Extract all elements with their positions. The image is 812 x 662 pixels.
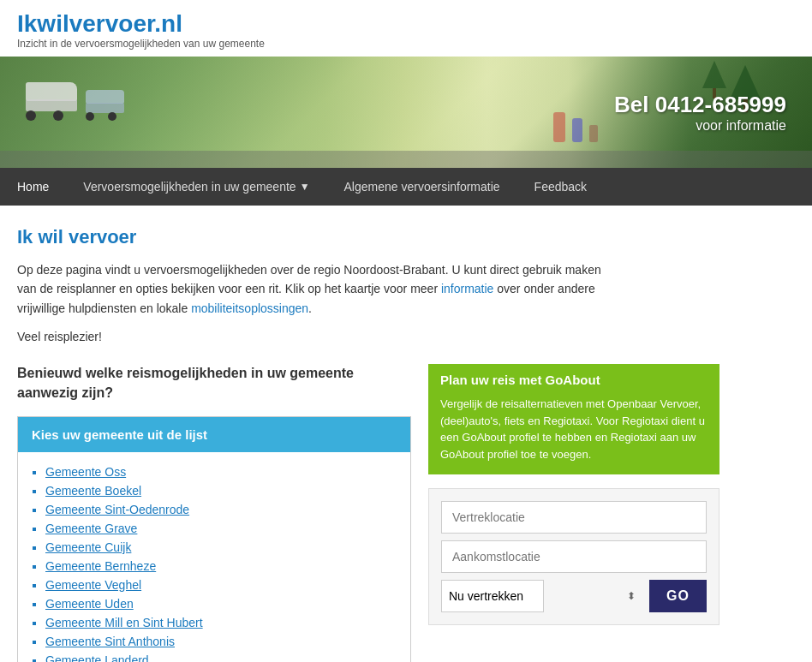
gemeente-link[interactable]: Gemeente Landerd bbox=[45, 653, 149, 662]
nav-item-algemene[interactable]: Algemene vervoersinformatie bbox=[327, 168, 517, 206]
intro-text-3: . bbox=[308, 301, 312, 315]
goabout-description: Vergelijk de reisalternatieven met Openb… bbox=[428, 396, 719, 474]
route-bottom: Nu vertrekkenLater vertrekkenAankomsttij… bbox=[441, 580, 707, 612]
phone-number: Bel 0412-685999 bbox=[614, 92, 786, 118]
gemeente-list: Gemeente OssGemeente BoekelGemeente Sint… bbox=[18, 452, 410, 662]
list-item: Gemeente Sint Anthonis bbox=[45, 632, 397, 651]
gemeente-link[interactable]: Gemeente Oss bbox=[45, 465, 126, 479]
left-column: Benieuwd welke reismogelijkheden in uw g… bbox=[17, 364, 411, 662]
gemeente-link[interactable]: Gemeente Cuijk bbox=[45, 540, 131, 554]
right-column: Plan uw reis met GoAbout Vergelijk de re… bbox=[428, 364, 719, 625]
site-header: Ikwilvervoer.nl Inzicht in de vervoersmo… bbox=[0, 0, 812, 57]
main-content: Ik wil vervoer Op deze pagina vindt u ve… bbox=[0, 206, 812, 662]
list-item: Gemeente Sint-Oedenrode bbox=[45, 500, 397, 519]
page-title: Ik wil vervoer bbox=[17, 226, 795, 248]
road-decoration bbox=[0, 151, 812, 168]
logo-subtitle: Inzicht in de vervoersmogelijkheden van … bbox=[17, 38, 795, 50]
list-item: Gemeente Boekel bbox=[45, 481, 397, 500]
banner-phone: Bel 0412-685999 voor informatie bbox=[614, 92, 786, 134]
goabout-header: Plan uw reis met GoAbout bbox=[428, 364, 719, 396]
intro-paragraph: Op deze pagina vindt u vervoersmogelijkh… bbox=[17, 260, 617, 318]
list-item: Gemeente Oss bbox=[45, 462, 397, 481]
gemeente-box: Kies uw gemeente uit de lijst Gemeente O… bbox=[17, 416, 411, 662]
nav-item-vervoersmogelijkheden[interactable]: Vervoersmogelijkheden in uw gemeente▼ bbox=[66, 168, 326, 206]
nav-item-home[interactable]: Home bbox=[0, 168, 66, 206]
depart-select-wrapper: Nu vertrekkenLater vertrekkenAankomsttij… bbox=[441, 580, 642, 612]
nav-item-feedback[interactable]: Feedback bbox=[517, 168, 604, 206]
mobility-link[interactable]: mobiliteitsoplossingen bbox=[191, 301, 308, 315]
aankomstlocatie-input[interactable] bbox=[441, 540, 707, 573]
depart-select[interactable]: Nu vertrekkenLater vertrekkenAankomsttij… bbox=[441, 580, 544, 612]
list-item: Gemeente Grave bbox=[45, 519, 397, 538]
gemeente-link[interactable]: Gemeente Bernheze bbox=[45, 559, 156, 573]
logo-title[interactable]: Ikwilvervoer.nl bbox=[17, 10, 795, 38]
gemeente-link[interactable]: Gemeente Sint-Oedenrode bbox=[45, 503, 189, 516]
gemeente-link[interactable]: Gemeente Grave bbox=[45, 522, 137, 535]
main-nav: HomeVervoersmogelijkheden in uw gemeente… bbox=[0, 168, 812, 206]
list-item: Gemeente Veghel bbox=[45, 576, 397, 594]
info-link[interactable]: informatie bbox=[441, 282, 493, 295]
list-item: Gemeente Uden bbox=[45, 594, 397, 613]
content-columns: Benieuwd welke reismogelijkheden in uw g… bbox=[17, 364, 795, 662]
list-item: Gemeente Mill en Sint Hubert bbox=[45, 613, 397, 632]
hero-banner: Bel 0412-685999 voor informatie bbox=[0, 57, 812, 168]
list-item: Gemeente Landerd bbox=[45, 651, 397, 662]
banner-people bbox=[553, 112, 598, 142]
gemeente-header: Kies uw gemeente uit de lijst bbox=[18, 417, 410, 452]
gemeente-link[interactable]: Gemeente Uden bbox=[45, 597, 134, 611]
banner-vehicles bbox=[26, 82, 124, 121]
goabout-box: Plan uw reis met GoAbout Vergelijk de re… bbox=[428, 364, 719, 474]
select-arrow-icon: ⬍ bbox=[627, 590, 636, 602]
go-button[interactable]: GO bbox=[649, 580, 707, 612]
gemeente-link[interactable]: Gemeente Boekel bbox=[45, 484, 141, 498]
route-planner: Nu vertrekkenLater vertrekkenAankomsttij… bbox=[428, 488, 719, 625]
gemeente-link[interactable]: Gemeente Veghel bbox=[45, 578, 141, 592]
dropdown-arrow-icon: ▼ bbox=[300, 181, 310, 193]
list-item: Gemeente Cuijk bbox=[45, 538, 397, 557]
farewell-text: Veel reisplezier! bbox=[17, 330, 795, 343]
list-item: Gemeente Bernheze bbox=[45, 557, 397, 576]
vertreklocatie-input[interactable] bbox=[441, 501, 707, 534]
section-question: Benieuwd welke reismogelijkheden in uw g… bbox=[17, 364, 411, 403]
van-shape bbox=[26, 82, 77, 121]
gemeente-link[interactable]: Gemeente Mill en Sint Hubert bbox=[45, 616, 203, 629]
car-shape bbox=[86, 90, 124, 121]
phone-info-text: voor informatie bbox=[614, 118, 786, 134]
gemeente-link[interactable]: Gemeente Sint Anthonis bbox=[45, 635, 175, 648]
